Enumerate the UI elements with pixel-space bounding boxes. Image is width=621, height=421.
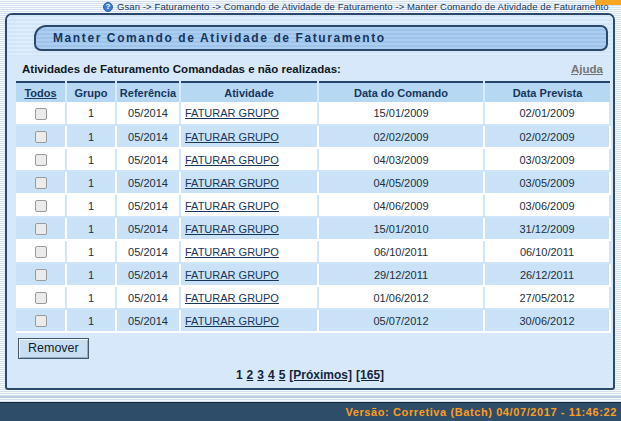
data-comando-cell: 06/10/2011 (318, 240, 484, 263)
table-row: 1 05/2014 FATURAR GRUPO 04/05/2009 03/05… (16, 171, 610, 194)
page-title: Manter Comando de Atividade de Faturamen… (34, 25, 608, 51)
row-checkbox[interactable] (35, 292, 47, 304)
table-header-row: Todos Grupo Referência Atividade Data do… (16, 82, 610, 102)
footer-divider (0, 396, 621, 398)
atividade-cell: FATURAR GRUPO (180, 148, 318, 171)
column-header-referencia: Referência (116, 82, 180, 102)
atividade-cell: FATURAR GRUPO (180, 309, 318, 332)
row-checkbox[interactable] (35, 200, 47, 212)
atividade-cell: FATURAR GRUPO (180, 102, 318, 125)
pagination-link-last-165[interactable]: [165] (356, 368, 384, 382)
pagination: 12345[Próximos][165] (7, 368, 613, 382)
table-row: 1 05/2014 FATURAR GRUPO 04/03/2009 03/03… (16, 148, 610, 171)
data-prevista-cell: 03/06/2009 (484, 194, 610, 217)
checkbox-cell (16, 217, 66, 240)
table-row: 1 05/2014 FATURAR GRUPO 01/06/2012 27/05… (16, 286, 610, 309)
atividade-link[interactable]: FATURAR GRUPO (185, 177, 279, 189)
referencia-cell: 05/2014 (116, 240, 180, 263)
grupo-cell: 1 (66, 148, 116, 171)
row-checkbox[interactable] (35, 315, 47, 327)
atividade-link[interactable]: FATURAR GRUPO (185, 269, 279, 281)
referencia-cell: 05/2014 (116, 125, 180, 148)
referencia-cell: 05/2014 (116, 286, 180, 309)
row-checkbox[interactable] (35, 269, 47, 281)
pagination-link-page-3[interactable]: 3 (257, 368, 264, 382)
column-header-data-prevista: Data Prevista (484, 82, 610, 102)
table-row: 1 05/2014 FATURAR GRUPO 05/07/2012 30/06… (16, 309, 610, 332)
atividade-cell: FATURAR GRUPO (180, 217, 318, 240)
referencia-cell: 05/2014 (116, 263, 180, 286)
footer-bar: Versão: Corretiva (Batch) 04/07/2017 - 1… (0, 402, 621, 421)
atividade-link[interactable]: FATURAR GRUPO (185, 292, 279, 304)
atividade-link[interactable]: FATURAR GRUPO (185, 315, 279, 327)
data-prevista-cell: 02/01/2009 (484, 102, 610, 125)
atividade-link[interactable]: FATURAR GRUPO (185, 154, 279, 166)
grupo-cell: 1 (66, 240, 116, 263)
atividade-cell: FATURAR GRUPO (180, 194, 318, 217)
grupo-cell: 1 (66, 194, 116, 217)
grupo-cell: 1 (66, 217, 116, 240)
checkbox-cell (16, 240, 66, 263)
data-comando-cell: 15/01/2010 (318, 217, 484, 240)
atividade-link[interactable]: FATURAR GRUPO (185, 246, 279, 258)
section-label: Atividades de Faturamento Comandadas e n… (22, 63, 341, 75)
atividade-cell: FATURAR GRUPO (180, 240, 318, 263)
ajuda-link[interactable]: Ajuda (571, 63, 603, 75)
data-comando-cell: 15/01/2009 (318, 102, 484, 125)
data-comando-cell: 01/06/2012 (318, 286, 484, 309)
atividade-cell: FATURAR GRUPO (180, 286, 318, 309)
data-comando-cell: 05/07/2012 (318, 309, 484, 332)
grupo-cell: 1 (66, 309, 116, 332)
row-checkbox[interactable] (35, 223, 47, 235)
row-checkbox[interactable] (35, 108, 47, 120)
pagination-link-next-Próximos[interactable]: [Próximos] (289, 368, 352, 382)
table-row: 1 05/2014 FATURAR GRUPO 02/02/2009 02/02… (16, 125, 610, 148)
atividade-link[interactable]: FATURAR GRUPO (185, 223, 279, 235)
grupo-cell: 1 (66, 286, 116, 309)
grupo-cell: 1 (66, 171, 116, 194)
row-checkbox[interactable] (35, 154, 47, 166)
table-row: 1 05/2014 FATURAR GRUPO 29/12/2011 26/12… (16, 263, 610, 286)
referencia-cell: 05/2014 (116, 217, 180, 240)
referencia-cell: 05/2014 (116, 309, 180, 332)
checkbox-cell (16, 263, 66, 286)
help-icon[interactable]: ? (103, 2, 113, 12)
pagination-link-page-2[interactable]: 2 (247, 368, 254, 382)
atividade-link[interactable]: FATURAR GRUPO (185, 200, 279, 212)
billing-activities-table: Todos Grupo Referência Atividade Data do… (16, 81, 611, 333)
checkbox-cell (16, 194, 66, 217)
row-checkbox[interactable] (35, 131, 47, 143)
corner-orange-decoration (595, 0, 621, 5)
referencia-cell: 05/2014 (116, 102, 180, 125)
row-checkbox[interactable] (35, 246, 47, 258)
remover-button[interactable]: Remover (18, 338, 89, 359)
atividade-cell: FATURAR GRUPO (180, 171, 318, 194)
pagination-link-page-4[interactable]: 4 (268, 368, 275, 382)
grupo-cell: 1 (66, 125, 116, 148)
grupo-cell: 1 (66, 102, 116, 125)
checkbox-cell (16, 171, 66, 194)
checkbox-cell (16, 102, 66, 125)
data-comando-cell: 04/05/2009 (318, 171, 484, 194)
breadcrumb-link[interactable]: Gsan -> Faturamento -> Comando de Ativid… (117, 1, 609, 12)
checkbox-cell (16, 148, 66, 171)
table-row: 1 05/2014 FATURAR GRUPO 15/01/2010 31/12… (16, 217, 610, 240)
referencia-cell: 05/2014 (116, 148, 180, 171)
referencia-cell: 05/2014 (116, 194, 180, 217)
pagination-link-page-5[interactable]: 5 (279, 368, 286, 382)
checkbox-cell (16, 286, 66, 309)
data-comando-cell: 04/06/2009 (318, 194, 484, 217)
breadcrumb: ? Gsan -> Faturamento -> Comando de Ativ… (0, 0, 621, 13)
data-prevista-cell: 03/03/2009 (484, 148, 610, 171)
atividade-link[interactable]: FATURAR GRUPO (185, 131, 279, 143)
pagination-current-page: 1 (236, 368, 243, 382)
data-comando-cell: 02/02/2009 (318, 125, 484, 148)
atividade-cell: FATURAR GRUPO (180, 125, 318, 148)
column-header-todos: Todos (16, 82, 66, 102)
atividade-link[interactable]: FATURAR GRUPO (185, 107, 279, 119)
referencia-cell: 05/2014 (116, 171, 180, 194)
select-all-link[interactable]: Todos (24, 87, 56, 99)
row-checkbox[interactable] (35, 177, 47, 189)
version-text: Versão: Corretiva (Batch) 04/07/2017 - 1… (345, 406, 617, 418)
checkbox-cell (16, 309, 66, 332)
